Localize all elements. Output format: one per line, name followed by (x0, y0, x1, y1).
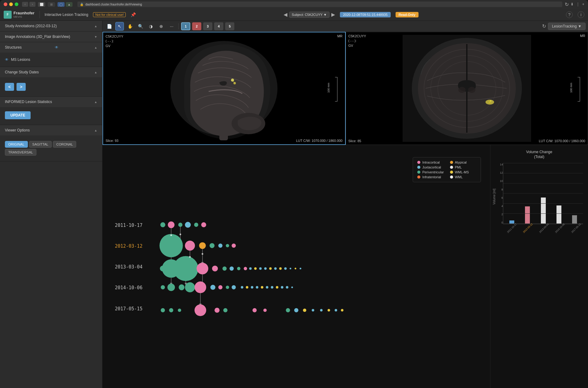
intracortical-label: Intracortical (422, 161, 440, 164)
ms-lesions-eye-icon[interactable]: 👁 (5, 57, 9, 62)
view-tab-3[interactable]: 3 (203, 22, 212, 30)
brand-name: Fraunhofer (13, 11, 35, 15)
lesion-statistics-header[interactable]: INFORMED Lesion Statistics ▲ (0, 97, 102, 107)
document-tool[interactable]: 📄 (105, 22, 114, 31)
forward-button[interactable]: › (29, 2, 35, 7)
svg-point-65 (261, 286, 263, 289)
change-study-dates-header[interactable]: Change Study Dates ▲ (0, 67, 102, 77)
view-tab-5[interactable]: 5 (225, 22, 234, 30)
svg-point-98 (295, 268, 296, 269)
change-study-dates-chevron: ▲ (94, 71, 97, 74)
image-panel-2[interactable]: C5K2CUYY ( - - ): GV MR (346, 32, 588, 145)
original-view-button[interactable]: ORIGINAL (5, 141, 28, 148)
minimize-button[interactable] (9, 2, 13, 6)
window-chrome: ‹ › ⬜ ⊞ ◯ ▲ 🔒 dashboard.cluster.fraunhof… (0, 0, 588, 9)
change-study-dates-label: Change Study Dates (5, 70, 39, 74)
hand-tool[interactable]: ✋ (126, 22, 134, 31)
svg-point-31 (185, 241, 195, 251)
view-tab-4[interactable]: 4 (214, 22, 223, 30)
reload-button[interactable]: ↻ (565, 2, 569, 7)
axial-brain-svg (403, 35, 531, 142)
subject-dropdown[interactable]: Subject: C5K2CUYY ▼ (289, 12, 330, 18)
panel1-label: C5K2CUYY ( - - ): GV (106, 34, 123, 48)
address-bar[interactable]: 🔒 dashboard.cluster.fraunhofer.de/#/view… (77, 2, 562, 7)
annotation-icon[interactable]: 📌 (131, 12, 136, 17)
y-axis-label: Volume [ml] (493, 189, 496, 205)
structures-header[interactable]: Structures 👁 ▲ (0, 42, 102, 53)
legend-infratentorial: Infratentorial (417, 175, 444, 179)
transversal-view-button[interactable]: TRANSVERSAL (5, 149, 36, 156)
lesion-tracking-dropdown[interactable]: LesionTracking ▼ (548, 23, 586, 30)
maximize-button[interactable] (15, 2, 18, 6)
next-subject-button[interactable]: ▶ (331, 12, 335, 17)
structures-chevron: ▲ (94, 46, 97, 49)
svg-text:2011-10-17: 2011-10-17 (115, 223, 142, 228)
svg-point-76 (195, 305, 206, 316)
bottom-area: 2011-10-17 2012-03-12 2013-03-04 2014-10… (102, 145, 588, 388)
svg-point-48 (244, 267, 247, 270)
close-button[interactable] (4, 2, 7, 6)
bar-group-5 (568, 163, 582, 224)
panel1-lut: LUT C/W: 1070.000 / 1860.000 (296, 139, 343, 142)
svg-point-11 (458, 87, 466, 93)
image-annotations-header[interactable]: Image Annotations (3D_Flair BrainView) ▼ (0, 31, 102, 42)
image-annotations-chevron: ▼ (94, 35, 97, 39)
lesion-tracking-svg: 2011-10-17 2012-03-12 2013-03-04 2014-10… (109, 151, 484, 382)
svg-point-69 (281, 286, 283, 289)
svg-point-82 (294, 308, 299, 312)
svg-point-91 (259, 267, 262, 270)
prev-date-button[interactable]: < (5, 83, 14, 91)
crosshair-tool[interactable]: ⊕ (157, 22, 166, 31)
refresh-button[interactable]: ↻ (542, 23, 546, 29)
study-annotations-header[interactable]: Study Annotations (2012-03-12) ▲ (0, 21, 102, 31)
svg-point-90 (254, 267, 257, 270)
svg-point-47 (237, 267, 240, 270)
update-button[interactable]: UPDATE (5, 111, 31, 119)
lesion-statistics-content: UPDATE (0, 107, 102, 125)
panel1-subject: C5K2CUYY (106, 34, 123, 39)
next-date-button[interactable]: > (17, 83, 26, 91)
svg-point-24 (185, 222, 191, 228)
legend-grid: Intracortical Atypical Juxtacortical (417, 161, 476, 179)
read-only-badge: Read-Only (396, 12, 419, 17)
svg-point-63 (251, 286, 253, 289)
view-tab-1[interactable]: 1 (181, 22, 190, 30)
image-panel-1[interactable]: C5K2CUYY ( - - ): GV MR (102, 32, 346, 145)
zoom-tool[interactable]: 🔍 (136, 22, 145, 31)
cursor-tool[interactable]: ↖ (115, 22, 124, 31)
back-button[interactable]: ‹ (22, 2, 28, 7)
structures-visibility-icon[interactable]: 👁 (55, 45, 58, 50)
svg-point-66 (266, 286, 268, 289)
view-tab-2[interactable]: 2 (192, 22, 201, 30)
menu-icon[interactable]: ⋮ (576, 2, 580, 6)
periventricular-dot (417, 171, 420, 174)
svg-point-95 (279, 267, 282, 270)
help-button[interactable]: ? (566, 11, 573, 18)
date-nav-buttons: < > (5, 80, 97, 93)
panel2-coords: ( - - ): (348, 39, 366, 43)
svg-point-23 (178, 223, 183, 227)
svg-point-43 (197, 263, 208, 274)
extension-icon: ◯ (58, 2, 65, 7)
svg-point-84 (312, 309, 314, 312)
viewer-options-header[interactable]: Viewer Options ▲ (0, 125, 102, 135)
prev-subject-button[interactable]: ◀ (284, 12, 287, 17)
bar-2-pink (525, 206, 530, 224)
subject-label: Subject: C5K2CUYY (292, 13, 323, 17)
svg-point-83 (303, 309, 306, 312)
svg-point-87 (335, 309, 337, 312)
more-tools-button[interactable]: ··· (167, 22, 176, 31)
svg-text:2013-03-04: 2013-03-04 (115, 264, 142, 270)
info-button[interactable]: i (578, 11, 584, 18)
main-layout: Study Annotations (2012-03-12) ▲ Image A… (0, 21, 588, 388)
structures-label: Structures (5, 45, 22, 50)
sagittal-view-button[interactable]: SAGITTAL (29, 141, 52, 148)
download-icon[interactable]: ⬇ (571, 2, 574, 6)
contrast-tool[interactable]: ◑ (147, 22, 155, 31)
new-tab-icon[interactable]: + (582, 2, 584, 6)
bookmark-icon: ⊞ (48, 2, 55, 7)
coronal-view-button[interactable]: CORONAL (53, 141, 76, 148)
svg-point-46 (229, 267, 234, 271)
svg-point-15 (490, 100, 491, 102)
study-annotations-section: Study Annotations (2012-03-12) ▲ (0, 21, 102, 31)
